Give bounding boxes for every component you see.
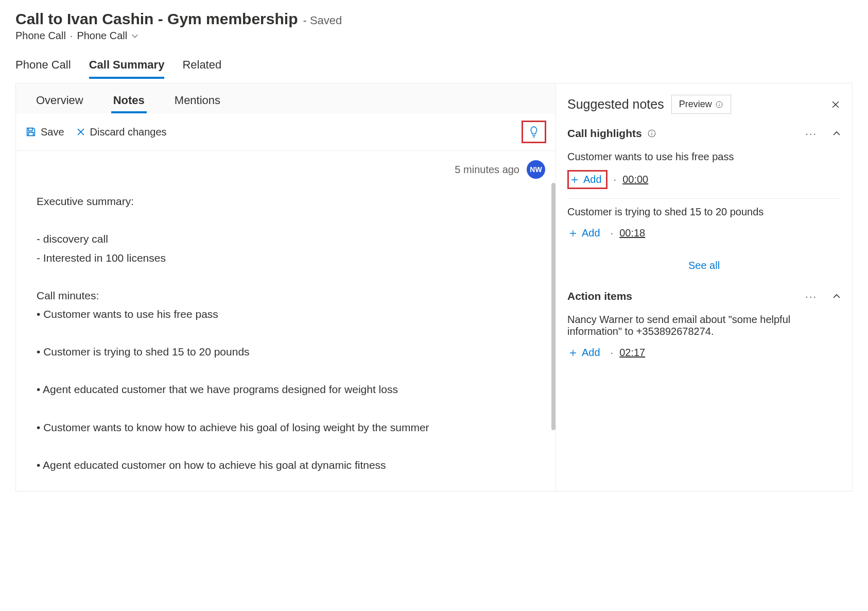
note-line: - Interested in 100 licenses: [37, 250, 535, 267]
action-item: Nancy Warner to send email about "some h…: [556, 307, 852, 370]
note-body[interactable]: Executive summary: - discovery call- Int…: [16, 183, 555, 491]
note-line: [37, 268, 535, 285]
chevron-down-icon[interactable]: [131, 32, 138, 40]
note-line: • Customer wants to know how to achieve …: [37, 419, 535, 436]
save-button[interactable]: Save: [25, 126, 64, 138]
preview-button[interactable]: Preview: [671, 95, 731, 114]
see-all-link[interactable]: See all: [688, 260, 720, 271]
close-icon: [76, 127, 86, 137]
note-line: • Customer is trying to shed 15 to 20 po…: [37, 344, 535, 361]
highlights-more-button[interactable]: ···: [805, 128, 817, 140]
plus-icon: [568, 348, 578, 358]
note-line: • Customer wants to use his free pass: [37, 306, 535, 323]
highlight-item: Customer is trying to shed 15 to 20 poun…: [556, 199, 852, 250]
note-line: - discovery call: [37, 231, 535, 248]
plus-icon: [568, 229, 578, 238]
save-label: Save: [41, 126, 64, 138]
note-line: Executive summary:: [37, 193, 535, 210]
note-line: Call minutes:: [37, 287, 535, 304]
chevron-up-icon[interactable]: [832, 292, 841, 300]
add-button[interactable]: Add: [567, 225, 604, 241]
tab-call-summary[interactable]: Call Summary: [89, 58, 165, 79]
saved-status: - Saved: [303, 14, 342, 27]
call-highlights-title: Call highlights: [567, 127, 642, 140]
note-line: [37, 363, 535, 380]
note-timestamp: 5 minutes ago: [455, 164, 519, 176]
highlight-text: Customer wants to use his free pass: [567, 151, 841, 163]
suggested-notes-title: Suggested notes: [567, 97, 664, 112]
svg-point-1: [719, 103, 719, 103]
plus-icon: [570, 175, 579, 184]
highlight-text: Customer is trying to shed 15 to 20 poun…: [567, 206, 841, 218]
highlight-item: Customer wants to use his free passAdd·0…: [556, 144, 852, 198]
info-icon: [715, 100, 723, 109]
notes-toolbar: Save Discard changes: [16, 113, 555, 151]
discard-button[interactable]: Discard changes: [76, 126, 167, 138]
dot-separator: ·: [611, 227, 614, 239]
info-icon[interactable]: [647, 129, 656, 138]
close-icon: [830, 99, 841, 110]
note-line: [37, 438, 535, 455]
note-line: [37, 325, 535, 342]
lightbulb-callout[interactable]: [522, 121, 546, 143]
dot-separator: ·: [614, 174, 617, 185]
subtab-notes[interactable]: Notes: [111, 90, 147, 113]
tab-phone-call[interactable]: Phone Call: [15, 58, 71, 79]
sub-tabs: Overview Notes Mentions: [16, 83, 555, 113]
close-button[interactable]: [830, 99, 841, 110]
tab-related[interactable]: Related: [182, 58, 221, 79]
scrollbar-thumb[interactable]: [551, 183, 555, 430]
timestamp-link[interactable]: 00:00: [622, 174, 648, 185]
action-text: Nancy Warner to send email about "some h…: [567, 314, 841, 337]
preview-label: Preview: [679, 99, 712, 110]
svg-point-3: [651, 131, 652, 132]
timestamp-link[interactable]: 02:17: [619, 347, 645, 359]
note-line: [37, 400, 535, 417]
subtab-overview[interactable]: Overview: [34, 90, 85, 113]
actions-more-button[interactable]: ···: [805, 291, 817, 302]
page-title: Call to Ivan Cashin - Gym membership: [15, 10, 298, 28]
add-button[interactable]: Add: [567, 345, 604, 361]
chevron-up-icon[interactable]: [832, 129, 841, 138]
lightbulb-icon: [528, 125, 540, 139]
subtab-mentions[interactable]: Mentions: [172, 90, 222, 113]
entity-type: Phone Call: [15, 30, 66, 42]
note-line: • Agent educated customer that we have p…: [37, 381, 535, 398]
dot-separator: ·: [70, 30, 73, 42]
action-items-title: Action items: [567, 290, 632, 302]
avatar[interactable]: NW: [527, 160, 545, 179]
note-line: • Agent educated customer on how to achi…: [37, 457, 535, 474]
discard-label: Discard changes: [90, 126, 167, 138]
dot-separator: ·: [611, 347, 614, 359]
add-button[interactable]: Add: [567, 170, 607, 189]
save-icon: [25, 126, 37, 138]
main-tabs: Phone Call Call Summary Related: [0, 47, 868, 79]
form-selector[interactable]: Phone Call: [77, 30, 127, 42]
timestamp-link[interactable]: 00:18: [619, 227, 645, 239]
note-line: [37, 212, 535, 229]
